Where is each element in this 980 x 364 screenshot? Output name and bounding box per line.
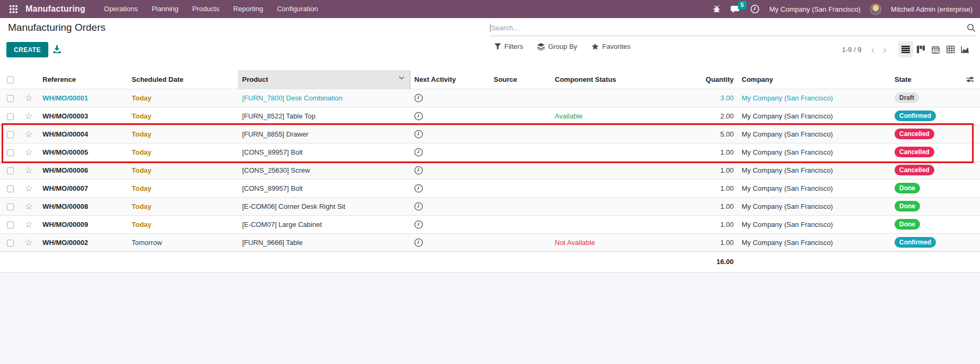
row-checkbox[interactable] <box>0 197 20 215</box>
menu-operations[interactable]: Operations <box>97 0 145 18</box>
source-cell <box>489 89 551 107</box>
state-badge: Cancelled <box>895 165 934 175</box>
manufacturing-order-row[interactable]: ☆ WH/MO/00007 Today [CONS_89957] Bolt 1.… <box>0 179 980 197</box>
company-switcher[interactable]: My Company (San Francisco) <box>769 5 861 13</box>
favorite-star-icon[interactable]: ☆ <box>20 215 37 233</box>
next-activity-clock-icon[interactable] <box>410 125 489 143</box>
state-badge: Cancelled <box>895 147 934 157</box>
next-activity-clock-icon[interactable] <box>410 179 489 197</box>
search-input[interactable]: Search... <box>489 20 976 36</box>
column-header-reference[interactable]: Reference <box>37 70 126 89</box>
pivot-view-icon[interactable] <box>943 41 958 57</box>
column-header-quantity[interactable]: Quantity <box>646 70 738 89</box>
reference-cell: WH/MO/00009 <box>37 215 126 233</box>
apps-grid-icon[interactable] <box>5 0 21 18</box>
manufacturing-order-row[interactable]: ☆ WH/MO/00003 Today [FURN_8522] Table To… <box>0 107 980 125</box>
row-checkbox[interactable] <box>0 233 20 251</box>
graph-view-icon[interactable] <box>958 41 973 57</box>
pager-next-icon[interactable]: › <box>879 44 891 55</box>
state-badge: Confirmed <box>895 237 936 248</box>
pager-previous-icon[interactable]: ‹ <box>867 44 879 55</box>
column-header-next-activity[interactable]: Next Activity <box>410 70 489 89</box>
optional-columns-icon[interactable] <box>966 70 980 89</box>
create-button[interactable]: CREATE <box>6 42 48 57</box>
next-activity-clock-icon[interactable] <box>410 161 489 179</box>
row-checkbox[interactable] <box>0 143 20 161</box>
next-activity-clock-icon[interactable] <box>410 197 489 215</box>
row-checkbox[interactable] <box>0 107 20 125</box>
row-checkbox[interactable] <box>0 89 20 107</box>
column-header-product[interactable]: Product <box>238 70 410 89</box>
bug-icon[interactable] <box>712 5 721 13</box>
menu-configuration[interactable]: Configuration <box>270 0 325 18</box>
reference-cell: WH/MO/00008 <box>37 197 126 215</box>
column-header-component-status[interactable]: Component Status <box>551 70 646 89</box>
column-header-state[interactable]: State <box>892 70 966 89</box>
row-checkbox[interactable] <box>0 179 20 197</box>
component-status-cell: Not Available <box>551 233 646 251</box>
component-status-cell <box>551 89 646 107</box>
next-activity-clock-icon[interactable] <box>410 233 489 251</box>
manufacturing-order-row[interactable]: ☆ WH/MO/00002 Tomorrow [FURN_9666] Table… <box>0 233 980 251</box>
company-cell: My Company (San Francisco) <box>738 125 892 143</box>
export-icon[interactable] <box>53 45 62 54</box>
column-header-source[interactable]: Source <box>489 70 551 89</box>
row-checkbox[interactable] <box>0 125 20 143</box>
group-by-button[interactable]: Group By <box>537 43 577 50</box>
kanban-view-icon[interactable] <box>913 41 928 57</box>
user-avatar[interactable] <box>870 4 881 15</box>
page-title: Manufacturing Orders <box>8 22 106 33</box>
app-name[interactable]: Manufacturing <box>25 4 93 14</box>
product-cell: [CONS_89957] Bolt <box>238 143 410 161</box>
next-activity-clock-icon[interactable] <box>410 143 489 161</box>
favorites-button[interactable]: Favorites <box>591 43 630 50</box>
next-activity-clock-icon[interactable] <box>410 89 489 107</box>
column-header-scheduled-date[interactable]: Scheduled Date <box>126 70 238 89</box>
select-all-checkbox[interactable] <box>0 70 20 89</box>
manufacturing-order-row[interactable]: ☆ WH/MO/00006 Today [CONS_25630] Screw 1… <box>0 161 980 179</box>
list-view-icon[interactable] <box>898 41 913 57</box>
activities-icon[interactable] <box>750 4 760 14</box>
favorite-star-icon[interactable]: ☆ <box>20 197 37 215</box>
quantity-cell: 1.00 <box>646 143 738 161</box>
scheduled-date-cell: Today <box>126 179 238 197</box>
reference-cell: WH/MO/00001 <box>37 89 126 107</box>
manufacturing-order-row[interactable]: ☆ WH/MO/00005 Today [CONS_89957] Bolt 1.… <box>0 143 980 161</box>
user-menu[interactable]: Mitchell Admin (enterprise) <box>891 5 973 13</box>
quantity-cell: 1.00 <box>646 161 738 179</box>
scheduled-date-cell: Tomorrow <box>126 233 238 251</box>
manufacturing-order-row[interactable]: ☆ WH/MO/00009 Today [E-COM07] Large Cabi… <box>0 215 980 233</box>
quantity-cell: 2.00 <box>646 107 738 125</box>
favorite-star-icon[interactable]: ☆ <box>20 161 37 179</box>
favorite-star-icon[interactable]: ☆ <box>20 233 37 251</box>
favorite-star-icon[interactable]: ☆ <box>20 143 37 161</box>
manufacturing-order-row[interactable]: ☆ WH/MO/00004 Today [FURN_8855] Drawer 5… <box>0 125 980 143</box>
next-activity-clock-icon[interactable] <box>410 215 489 233</box>
next-activity-clock-icon[interactable] <box>410 107 489 125</box>
company-cell: My Company (San Francisco) <box>738 161 892 179</box>
main-menu: Operations Planning Products Reporting C… <box>97 0 325 18</box>
source-cell <box>489 197 551 215</box>
manufacturing-order-row[interactable]: ☆ WH/MO/00001 Today [FURN_7800] Desk Com… <box>0 89 980 107</box>
menu-reporting[interactable]: Reporting <box>226 0 270 18</box>
row-checkbox[interactable] <box>0 215 20 233</box>
company-cell: My Company (San Francisco) <box>738 107 892 125</box>
favorite-star-icon[interactable]: ☆ <box>20 89 37 107</box>
calendar-view-icon[interactable] <box>928 41 943 57</box>
scheduled-date-cell: Today <box>126 107 238 125</box>
favorite-star-icon[interactable]: ☆ <box>20 179 37 197</box>
state-cell: Cancelled <box>892 125 966 143</box>
menu-products[interactable]: Products <box>185 0 226 18</box>
manufacturing-orders-page: Manufacturing Operations Planning Produc… <box>0 0 980 364</box>
column-header-company[interactable]: Company <box>738 70 892 89</box>
source-cell <box>489 107 551 125</box>
search-icon[interactable] <box>967 23 976 32</box>
messages-icon[interactable]: 5 <box>730 5 741 14</box>
favorite-star-icon[interactable]: ☆ <box>20 107 37 125</box>
menu-planning[interactable]: Planning <box>144 0 185 18</box>
text-cursor <box>490 24 491 32</box>
row-checkbox[interactable] <box>0 161 20 179</box>
manufacturing-order-row[interactable]: ☆ WH/MO/00008 Today [E-COM06] Corner Des… <box>0 197 980 215</box>
filters-button[interactable]: Filters <box>494 43 523 50</box>
favorite-star-icon[interactable]: ☆ <box>20 125 37 143</box>
